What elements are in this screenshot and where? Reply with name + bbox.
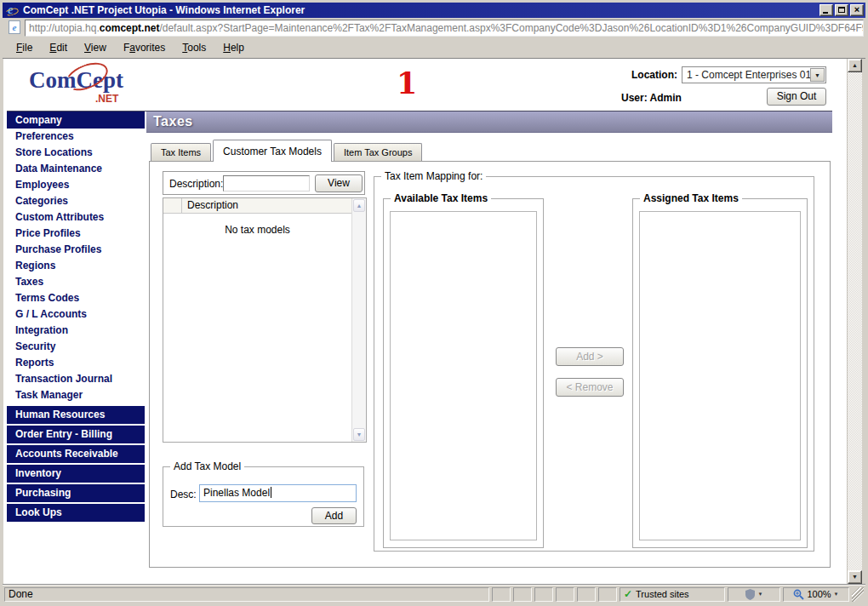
page-content: ComCept .NET 1 Location: 1 - Comcept Ent… (3, 59, 847, 584)
page-ie-icon: e (9, 20, 20, 34)
location-select[interactable]: 1 - Comcept Enterprises 01 ▼ (682, 66, 826, 83)
sidebar-item[interactable]: Data Maintenance (7, 161, 145, 177)
tab[interactable]: Customer Tax Models (213, 140, 332, 162)
scroll-down-button[interactable]: ▼ (353, 428, 365, 441)
sidebar-item[interactable]: G / L Accounts (7, 306, 145, 323)
scroll-up-icon: ▲ (848, 60, 861, 71)
desc-input[interactable]: Pinellas Model (199, 484, 357, 502)
scroll-down-button[interactable]: ▼ (848, 570, 862, 584)
assigned-tax-items-group: Assigned Tax Items (632, 198, 808, 548)
tab-content-panel: Description: View Description No tax mod… (149, 161, 831, 568)
dropdown-arrow-icon: ▼ (758, 588, 763, 601)
url-path: /default.aspx?StartPage=Maintenance%2FTa… (159, 22, 864, 34)
tab[interactable]: Tax Items (151, 143, 211, 161)
menu-item[interactable]: File (8, 39, 41, 56)
status-text: Done (4, 587, 489, 602)
add-mapping-button[interactable]: Add > (556, 347, 624, 366)
add-tax-model-legend: Add Tax Model (170, 460, 244, 472)
sidebar-sections: Human ResourcesOrder Entry - BillingAcco… (7, 406, 145, 522)
sidebar-item[interactable]: Preferences (7, 129, 145, 145)
sidebar-item[interactable]: Reports (7, 355, 145, 371)
sidebar-item[interactable]: Taxes (7, 274, 145, 290)
address-bar: e http://utopia.hq.comcept.net/default.a… (3, 19, 865, 37)
user-label: User: (621, 92, 648, 104)
menu-item[interactable]: View (76, 39, 115, 56)
close-button[interactable]: × (850, 4, 864, 16)
address-input[interactable]: http://utopia.hq.comcept.net/default.asp… (25, 20, 864, 37)
resize-grip[interactable] (852, 587, 864, 602)
tab[interactable]: Item Tax Groups (334, 143, 423, 161)
sidebar-item[interactable]: Task Manager (7, 387, 145, 403)
status-bar: Done ✓ Trusted sites ▼ 100% ▼ (3, 585, 865, 603)
assigned-tax-items-list[interactable] (639, 211, 801, 540)
sign-out-button[interactable]: Sign Out (767, 88, 826, 106)
sidebar-section[interactable]: Human Resources (7, 406, 145, 424)
tax-item-mapping-group: Tax Item Mapping for: Available Tax Item… (374, 176, 814, 552)
comcept-logo: ComCept .NET (24, 64, 151, 106)
location-value: 1 - Comcept Enterprises 01 (687, 69, 811, 81)
menu-item-text: iew (91, 42, 106, 54)
grid-empty-message: No tax models (163, 224, 351, 236)
dropdown-arrow-icon: ▼ (834, 588, 839, 601)
grid-scrollbar[interactable]: ▲ ▼ (351, 198, 366, 442)
remove-mapping-button[interactable]: < Remove (556, 378, 624, 397)
minimize-icon (823, 12, 828, 14)
sidebar-item[interactable]: Terms Codes (7, 290, 145, 306)
add-tax-model-group: Add Tax Model Desc: Pinellas Model Add (163, 466, 364, 527)
scroll-up-button[interactable]: ▲ (848, 59, 862, 72)
sidebar-section[interactable]: Order Entry - Billing (7, 426, 145, 443)
sidebar-item[interactable]: Regions (7, 258, 145, 274)
view-button[interactable]: View (315, 174, 363, 192)
sidebar-section[interactable]: Look Ups (7, 504, 145, 522)
assigned-legend: Assigned Tax Items (640, 192, 742, 204)
title-bar: e ComCept .NET Project Utopia - Windows … (3, 3, 865, 18)
menu-item[interactable]: Edit (41, 39, 76, 56)
zoom-control[interactable]: 100% ▼ (783, 587, 849, 602)
menu-item[interactable]: Favorites (115, 39, 174, 56)
shield-icon (745, 589, 755, 600)
status-panel (492, 587, 511, 602)
sidebar-item[interactable]: Integration (7, 323, 145, 339)
status-panel (577, 587, 596, 602)
status-panel (534, 587, 553, 602)
phishing-filter-panel[interactable]: ▼ (728, 587, 780, 602)
close-icon: × (851, 5, 863, 14)
minimize-button[interactable] (819, 4, 833, 16)
menu-item-text: vorites (135, 42, 165, 54)
user-value: Admin (650, 92, 682, 104)
available-tax-items-list[interactable] (390, 211, 537, 540)
grid-description-column-header[interactable]: Description (182, 198, 351, 213)
sidebar-section[interactable]: Accounts Receivable (7, 445, 145, 463)
check-icon: ✓ (624, 588, 632, 601)
sidebar: Company PreferencesStore LocationsData M… (7, 111, 145, 523)
scroll-down-icon: ▼ (354, 429, 364, 440)
menu-item[interactable]: Help (214, 39, 253, 56)
scroll-up-button[interactable]: ▲ (353, 199, 365, 212)
sidebar-item[interactable]: Purchase Profiles (7, 242, 145, 258)
menu-item-text: elp (231, 42, 244, 54)
sidebar-item[interactable]: Transaction Journal (7, 371, 145, 387)
sidebar-item[interactable]: Security (7, 339, 145, 355)
available-tax-items-group: Available Tax Items (383, 198, 544, 548)
browser-vertical-scrollbar[interactable]: ▲ ▼ (847, 59, 862, 584)
menu-item-text: ools (187, 42, 206, 54)
sidebar-section[interactable]: Purchasing (7, 484, 145, 502)
sidebar-section[interactable]: Inventory (7, 465, 145, 483)
menu-item-accesskey: H (223, 42, 231, 54)
description-search-input[interactable] (223, 175, 310, 192)
sidebar-item[interactable]: Store Locations (7, 145, 145, 161)
sidebar-item[interactable]: Price Profiles (7, 226, 145, 242)
description-search-label: Description: (169, 178, 223, 190)
select-arrow-button[interactable]: ▼ (810, 68, 825, 82)
sidebar-section-company[interactable]: Company (7, 111, 145, 129)
maximize-button[interactable] (835, 4, 848, 16)
location-label: Location: (609, 69, 677, 81)
ie-logo-icon: e (5, 4, 19, 17)
sidebar-item[interactable]: Custom Attributes (7, 209, 145, 226)
mapping-legend: Tax Item Mapping for: (381, 170, 486, 182)
add-button[interactable]: Add (311, 507, 357, 524)
menu-item[interactable]: Tools (174, 39, 214, 56)
sidebar-item[interactable]: Employees (7, 177, 145, 193)
sidebar-item[interactable]: Categories (7, 193, 145, 209)
window-title: ComCept .NET Project Utopia - Windows In… (23, 4, 819, 16)
